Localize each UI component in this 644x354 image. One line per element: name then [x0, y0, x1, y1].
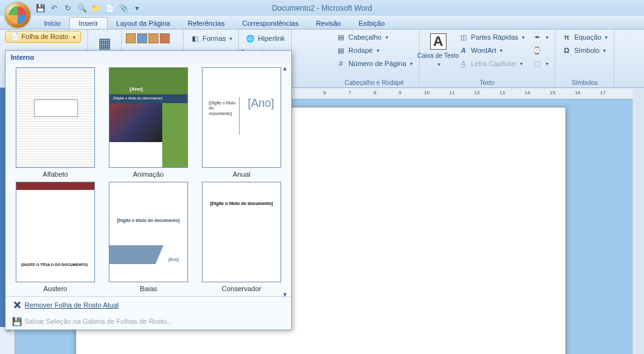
- group-text: Texto: [423, 78, 551, 87]
- signature-icon: ✒: [532, 32, 542, 42]
- tab-inserir[interactable]: Inserir: [69, 17, 108, 29]
- footer-icon: ▤: [336, 45, 346, 55]
- wordart-button[interactable]: AWordArt: [456, 44, 527, 57]
- remove-icon: 🗙: [12, 300, 22, 310]
- globe-icon: 🌐: [245, 33, 255, 43]
- group-symbols: Símbolos: [559, 78, 610, 87]
- shapes-button[interactable]: ◧Formas: [187, 32, 235, 45]
- cover-page-button[interactable]: 📄 Folha de Rosto: [5, 31, 81, 43]
- tab-correspondencias[interactable]: Correspondências: [233, 18, 307, 29]
- ribbon-tabs: Início Inserir Layout da Página Referênc…: [0, 16, 644, 30]
- tab-inicio[interactable]: Início: [35, 18, 69, 29]
- folder-icon[interactable]: 📁: [91, 3, 101, 13]
- dropcap-button[interactable]: A̲Letra Capitular: [456, 57, 527, 70]
- refresh-icon[interactable]: 🔍: [77, 3, 87, 13]
- quickparts-icon: ◫: [458, 32, 469, 42]
- symbol-button[interactable]: ΩSímbolo: [559, 44, 610, 57]
- gallery-grid: Alfabeto [Ano] [Digite o título do docum…: [6, 64, 291, 296]
- smartart-icon[interactable]: [160, 33, 170, 43]
- gallery-item-alfabeto[interactable]: Alfabeto: [14, 67, 96, 178]
- dropcap-icon: A̲: [458, 58, 469, 69]
- gallery-footer: 🗙Remover Folha de Rosto Atual 💾Salvar Se…: [6, 296, 291, 329]
- attach-icon[interactable]: 📎: [118, 3, 128, 13]
- hyperlink-button[interactable]: 🌐Hiperlink: [243, 32, 287, 45]
- textbox-icon: A: [430, 33, 447, 50]
- new-icon[interactable]: 📄: [104, 3, 114, 13]
- shapes-mini-icon[interactable]: [148, 33, 158, 43]
- wordart-icon: A: [458, 45, 469, 55]
- gallery-header: Interno: [6, 51, 291, 64]
- gallery-item-anual[interactable]: [Digite o título do documento] [Ano] Anu…: [201, 67, 282, 178]
- equation-button[interactable]: πEquação: [559, 31, 610, 43]
- cover-page-gallery: Interno Alfabeto [Ano] [Digite o título …: [5, 50, 292, 330]
- omega-icon: Ω: [562, 45, 572, 55]
- office-button[interactable]: [4, 1, 31, 29]
- gallery-item-conservador[interactable]: [Digite o título do documento] Conservad…: [201, 182, 282, 292]
- datetime-icon: ⌚: [532, 45, 542, 55]
- save-icon[interactable]: 💾: [35, 3, 45, 13]
- title-bar: 💾 ↶ ↻ 🔍 📁 📄 📎 ▾ Documento2 - Microsoft W…: [0, 0, 644, 16]
- quick-access-toolbar: 💾 ↶ ↻ 🔍 📁 📄 📎 ▾: [35, 3, 142, 13]
- gallery-item-baias[interactable]: [Digite o título do documento] [Ano] Bai…: [108, 182, 189, 292]
- pi-icon: π: [562, 32, 572, 42]
- scroll-down-icon[interactable]: ▼: [282, 291, 288, 298]
- object-button[interactable]: ⬚: [530, 57, 551, 70]
- tab-referencias[interactable]: Referências: [179, 18, 234, 29]
- tab-layout[interactable]: Layout da Página: [108, 18, 179, 29]
- redo-icon[interactable]: ↻: [63, 3, 73, 13]
- remove-cover-button[interactable]: 🗙Remover Folha de Rosto Atual: [6, 297, 291, 313]
- footer-button[interactable]: ▤Rodapé: [333, 44, 415, 57]
- pagenum-icon: #: [336, 58, 346, 69]
- shapes-icon: ◧: [190, 33, 200, 43]
- page-number-button[interactable]: #Número de Página: [333, 57, 415, 70]
- group-header-footer: Cabeçalho e Rodapé: [333, 78, 415, 87]
- save-gallery-icon: 💾: [12, 316, 22, 326]
- tab-revisao[interactable]: Revisão: [307, 18, 350, 29]
- gallery-scrollbar[interactable]: ▲▼: [280, 65, 290, 298]
- header-button[interactable]: ▤Cabeçalho: [333, 31, 415, 43]
- undo-icon[interactable]: ↶: [49, 3, 59, 13]
- clipart-icon[interactable]: [137, 33, 147, 43]
- header-icon: ▤: [336, 32, 346, 42]
- gallery-item-austero[interactable]: [DIGITE O TÍTULO DO DOCUMENTO] Austero: [14, 182, 96, 292]
- object-icon: ⬚: [532, 58, 542, 69]
- save-to-gallery-button: 💾Salvar Seleção na Galeria de Folhas de …: [6, 313, 291, 329]
- vertical-scrollbar[interactable]: [633, 88, 644, 354]
- picture-icon[interactable]: [126, 33, 136, 43]
- datetime-button[interactable]: ⌚: [530, 44, 551, 57]
- textbox-button[interactable]: ACaixa de Texto: [423, 31, 453, 69]
- app-title: Documento2 - Microsoft Word: [272, 4, 372, 13]
- signature-button[interactable]: ✒: [530, 31, 551, 43]
- qat-more-icon[interactable]: ▾: [132, 3, 142, 13]
- quick-parts-button[interactable]: ◫Partes Rápidas: [456, 31, 527, 43]
- gallery-item-animacao[interactable]: [Ano] [Digite o título do documento] Ani…: [108, 67, 189, 178]
- tab-exibicao[interactable]: Exibição: [350, 18, 394, 29]
- scroll-up-icon[interactable]: ▲: [282, 65, 288, 72]
- cover-page-icon: 📄: [11, 33, 19, 40]
